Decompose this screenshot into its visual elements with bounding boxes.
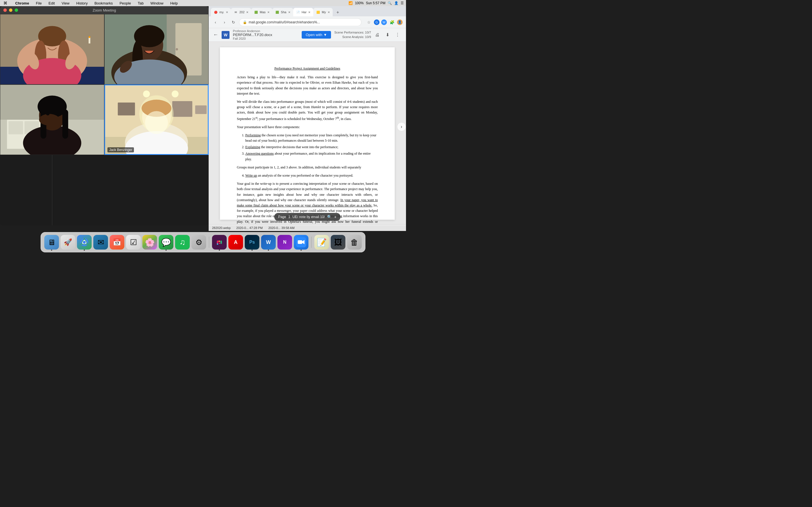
print-icon[interactable]: 🖨 [373, 31, 381, 39]
tab-label-3: Mas [260, 10, 266, 14]
tab-close-4[interactable]: ✕ [288, 11, 290, 14]
bookmark-icon[interactable]: ☆ [365, 19, 372, 25]
tab-label-5: Har [302, 10, 307, 14]
fullscreen-button[interactable] [15, 8, 18, 12]
tab-3[interactable]: 🟩 Mas ✕ [251, 8, 272, 16]
extension-google-icon[interactable]: G [374, 19, 379, 25]
doc-filename: Professor Anderson PERFORM...T.F20.docx … [233, 29, 298, 40]
open-with-dropdown-icon: ▼ [323, 33, 327, 37]
dock-system-prefs[interactable]: ⚙ [192, 235, 206, 249]
doc-page: Performance Project Assignment and Guide… [220, 47, 395, 220]
tab-close-5[interactable]: ✕ [308, 11, 310, 14]
doc-content[interactable]: Performance Project Assignment and Guide… [209, 42, 406, 225]
dock-zoom[interactable] [294, 235, 308, 249]
wifi-icon: 📶 [349, 1, 353, 5]
back-button[interactable]: ‹ [212, 19, 219, 25]
tab-1[interactable]: 🔴 my. ✕ [211, 8, 231, 16]
file-preview-3[interactable]: 2020-0... 39:58 AM [268, 226, 295, 230]
svg-rect-14 [89, 38, 90, 44]
list-item-3: Answering questions about your performan… [245, 151, 378, 162]
doc-course: PERFORM...T.F20.docx [233, 33, 298, 37]
window-menu[interactable]: Window [149, 1, 164, 6]
zoom-out-icon[interactable]: 🔍 [327, 215, 332, 219]
scene-info: Scene Performances: 10/7 Scene Analysis:… [335, 31, 371, 39]
refresh-button[interactable]: ↻ [230, 19, 237, 25]
dock-trash[interactable]: 🗑 [347, 235, 362, 249]
help-menu[interactable]: Help [169, 1, 179, 6]
extensions-icon[interactable]: 🧩 [389, 19, 395, 25]
word-icon: W [221, 31, 230, 39]
close-button[interactable] [3, 8, 7, 12]
tab-6[interactable]: 🟨 My ✕ [313, 8, 333, 16]
tab-favicon-4: 🟩 [275, 10, 279, 14]
participant-name-jack: Jack Benzinger [107, 147, 134, 152]
svg-point-74 [215, 238, 224, 247]
doc-back-button[interactable]: ← [213, 32, 218, 38]
dock-spotify[interactable]: ♫ [175, 235, 190, 249]
doc-viewer: ← W Professor Anderson PERFORM...T.F20.d… [209, 28, 406, 225]
dock-acrobat[interactable]: A [229, 235, 243, 249]
tab-2[interactable]: ✉ 202 ✕ [231, 8, 251, 16]
doc-professor: Professor Anderson [233, 29, 298, 33]
dock-finder[interactable]: 🖥 [44, 235, 59, 249]
more-options-icon[interactable]: ⋮ [394, 31, 402, 39]
dock-word[interactable]: W [261, 235, 276, 249]
dock-mail[interactable]: ✉ [93, 235, 108, 249]
scene-performances: Scene Performances: 10/7 [335, 31, 371, 35]
menu-extra-icon[interactable]: ☰ [401, 1, 404, 5]
chrome-menu[interactable]: Chrome [14, 1, 30, 6]
view-menu[interactable]: View [60, 1, 70, 6]
zoom-titlebar: Zoom Meeting [0, 6, 209, 14]
open-with-button[interactable]: Open with ▼ [302, 31, 331, 39]
tab-close-3[interactable]: ✕ [267, 11, 269, 14]
forward-button[interactable]: › [221, 19, 228, 25]
dock-photos[interactable]: 🌸 [142, 235, 157, 249]
tab-favicon-1: 🔴 [214, 10, 218, 14]
tab-close-2[interactable]: ✕ [246, 11, 248, 14]
bookmarks-menu[interactable]: Bookmarks [93, 1, 114, 6]
dock-rocket[interactable]: 🚀 [61, 235, 75, 249]
dock-notes[interactable]: 📝 [314, 235, 329, 249]
dock-onenote[interactable]: N [277, 235, 292, 249]
dock-chrome[interactable] [77, 235, 92, 249]
tab-5[interactable]: 📄 Har ✕ [293, 8, 313, 16]
dock-photos-2[interactable]: 🖼 [331, 235, 345, 249]
chrome-tabbar: 🔴 my. ✕ ✉ 202 ✕ 🟩 Mas ✕ 🟩 Sha ✕ 📄 Har ✕ … [209, 6, 406, 16]
dock-reminders[interactable]: ☑ [126, 235, 141, 249]
people-menu[interactable]: People [118, 1, 132, 6]
zoom-in-icon[interactable]: + [334, 215, 336, 219]
file-preview-1[interactable]: 282020.webp [212, 226, 231, 230]
svg-point-41 [143, 91, 150, 97]
chrome-toolbar-icons: ☆ G W 🧩 👤 [365, 19, 403, 25]
search-icon[interactable]: 🔍 [388, 1, 392, 5]
open-with-label: Open with [306, 33, 322, 37]
tab-close-6[interactable]: ✕ [327, 11, 330, 14]
dock-slack[interactable] [212, 235, 227, 249]
minimize-button[interactable] [9, 8, 12, 12]
history-menu[interactable]: History [75, 1, 89, 6]
edit-menu[interactable]: Edit [47, 1, 56, 6]
video-cell-4: Jack Benzinger [104, 84, 209, 155]
tab-close-1[interactable]: ✕ [226, 11, 228, 14]
video-cell-5 [52, 155, 52, 225]
apple-menu[interactable]: ⌘ [2, 1, 8, 6]
doc-title: Performance Project Assignment and Guide… [237, 66, 378, 71]
doc-nav-arrow[interactable]: › [397, 122, 406, 131]
file-menu[interactable]: File [35, 1, 43, 6]
dock-photoshop[interactable]: Ps [245, 235, 259, 249]
video-cell-2 [104, 14, 209, 84]
extension-icon-1[interactable]: W [381, 19, 387, 25]
user-avatar[interactable]: 👤 [394, 1, 398, 5]
dock-calendar[interactable]: 📅 [110, 235, 124, 249]
new-tab-button[interactable]: + [334, 8, 342, 16]
dock-messages[interactable]: 💬 [159, 235, 173, 249]
video-cell-3 [0, 84, 104, 155]
svg-point-42 [172, 91, 179, 97]
tab-menu[interactable]: Tab [137, 1, 145, 6]
svg-point-73 [83, 241, 86, 244]
download-icon[interactable]: ⬇ [384, 31, 391, 39]
tab-4[interactable]: 🟩 Sha ✕ [272, 8, 293, 16]
address-bar[interactable]: 🔒 mail.google.com/mail/u/0/#search/ehand… [239, 18, 361, 26]
profile-icon[interactable]: 👤 [397, 19, 403, 25]
file-preview-2[interactable]: 2020-0... 47:28 PM [236, 226, 263, 230]
